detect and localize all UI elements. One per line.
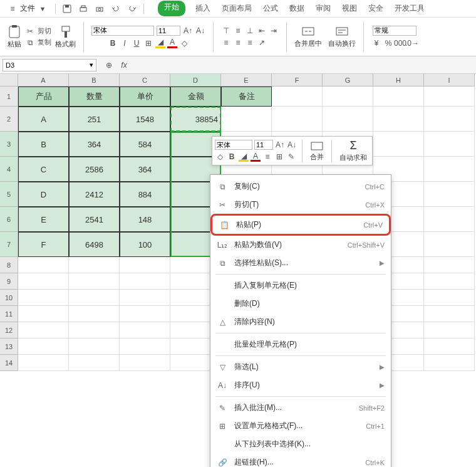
increase-font-icon[interactable]: A↑ <box>183 26 193 36</box>
row-header[interactable]: 11 <box>0 306 18 322</box>
context-item[interactable]: 插入复制单元格(E) <box>210 276 391 295</box>
cell[interactable]: C <box>18 157 69 182</box>
cell[interactable]: 2586 <box>69 157 120 182</box>
cell[interactable]: 2541 <box>69 207 120 232</box>
cell[interactable] <box>424 132 475 157</box>
col-header[interactable]: I <box>424 74 475 87</box>
row-header[interactable]: 10 <box>0 290 18 306</box>
number-format-select[interactable] <box>373 26 416 36</box>
cell[interactable] <box>323 107 373 132</box>
cell[interactable] <box>424 322 475 338</box>
cell[interactable] <box>120 306 170 322</box>
cell[interactable] <box>69 355 120 371</box>
mini-autosum-button[interactable]: Σ 自动求和 <box>337 139 370 162</box>
col-header[interactable]: F <box>272 74 323 87</box>
tab-devtools[interactable]: 开发工具 <box>393 1 426 16</box>
comma-button[interactable]: 000 <box>395 38 405 48</box>
highlight-button[interactable]: ◇ <box>179 38 189 48</box>
name-box[interactable]: D3 ▾ <box>3 59 96 71</box>
font-size-select[interactable] <box>157 26 180 36</box>
cell[interactable] <box>69 290 120 306</box>
cell[interactable]: 884 <box>120 182 170 207</box>
print-button[interactable] <box>76 3 91 15</box>
cell[interactable] <box>424 182 475 207</box>
lookup-icon[interactable]: ⊕ <box>104 60 114 70</box>
indent-decrease-icon[interactable]: ⇤ <box>257 26 267 36</box>
cell[interactable]: 1548 <box>120 107 170 132</box>
indent-increase-icon[interactable]: ⇥ <box>269 26 279 36</box>
cell[interactable]: 金额 <box>170 87 221 107</box>
cell[interactable] <box>272 107 323 132</box>
cell[interactable]: 数量 <box>69 87 120 107</box>
row-header[interactable]: 6 <box>0 207 18 232</box>
percent-button[interactable]: % <box>383 38 393 48</box>
border-button[interactable]: ⊞ <box>274 152 284 162</box>
cell[interactable]: 38854 <box>170 107 221 132</box>
orientation-icon[interactable]: ↗ <box>257 38 267 48</box>
copy-button[interactable]: ⧉复制 <box>25 38 51 48</box>
tab-security[interactable]: 安全 <box>367 1 385 16</box>
mini-font-size[interactable] <box>254 140 273 150</box>
tab-formula[interactable]: 公式 <box>262 1 279 16</box>
align-bottom-icon[interactable]: ⊥ <box>245 26 255 36</box>
mini-merge-button[interactable]: 合并 <box>308 140 326 162</box>
context-item[interactable]: A↓排序(U)▶ <box>210 376 391 394</box>
cell[interactable] <box>424 207 475 232</box>
cell[interactable] <box>272 87 323 107</box>
border-button[interactable]: ⊞ <box>143 38 153 48</box>
align-middle-icon[interactable]: ≡ <box>233 26 243 36</box>
cell[interactable] <box>424 157 475 182</box>
context-item[interactable]: 删除(D) <box>210 295 391 313</box>
wrap-text-button[interactable]: 自动换行 <box>328 25 356 48</box>
fill-color-button[interactable]: ◢ <box>239 152 249 162</box>
format-painter-icon[interactable]: ✎ <box>286 152 296 162</box>
cell[interactable] <box>18 306 69 322</box>
cell[interactable] <box>69 306 120 322</box>
cell[interactable]: 6498 <box>69 232 120 257</box>
tab-review[interactable]: 审阅 <box>314 1 332 16</box>
tab-pagelayout[interactable]: 页面布局 <box>220 1 253 16</box>
cell[interactable] <box>221 107 272 132</box>
fill-color-button[interactable]: ◢ <box>155 38 165 48</box>
mini-font-name[interactable] <box>215 140 252 150</box>
cut-button[interactable]: ✂剪切 <box>25 26 51 36</box>
cell[interactable] <box>69 322 120 338</box>
cell[interactable]: 2412 <box>69 182 120 207</box>
row-header[interactable]: 7 <box>0 232 18 257</box>
increase-decimal-button[interactable]: .0→ <box>407 38 417 48</box>
context-item[interactable]: L₁₂粘贴为数值(V)Ctrl+Shift+V <box>210 236 391 254</box>
row-header[interactable]: 3 <box>0 132 18 157</box>
cell[interactable] <box>18 338 69 355</box>
bold-button[interactable]: B <box>227 152 237 162</box>
context-item[interactable]: 📋粘贴(P)Ctrl+V <box>210 214 391 236</box>
cell[interactable] <box>18 273 69 290</box>
context-item[interactable]: 🔗超链接(H)...Ctrl+K <box>210 453 391 467</box>
cell[interactable]: B <box>18 132 69 157</box>
tab-start[interactable]: 开始 <box>158 1 185 16</box>
context-item[interactable]: ✂剪切(T)Ctrl+X <box>210 196 391 214</box>
file-menu-button[interactable]: ≡ 文件 ▾ <box>4 2 51 15</box>
currency-button[interactable]: ¥ <box>371 38 381 48</box>
paste-button[interactable]: 粘贴 <box>8 24 21 49</box>
col-header[interactable]: B <box>69 74 120 87</box>
col-header[interactable]: G <box>323 74 373 87</box>
cell[interactable] <box>69 338 120 355</box>
undo-button[interactable] <box>108 3 123 15</box>
row-header[interactable]: 4 <box>0 157 18 182</box>
align-right-icon[interactable]: ≡ <box>245 38 255 48</box>
cell[interactable] <box>18 322 69 338</box>
tab-data[interactable]: 数据 <box>288 1 306 16</box>
context-item[interactable]: 从下拉列表中选择(K)... <box>210 435 391 453</box>
cell[interactable]: 备注 <box>221 87 272 107</box>
row-header[interactable]: 14 <box>0 355 18 371</box>
merge-center-button[interactable]: 合并居中 <box>294 25 322 48</box>
cell[interactable] <box>424 257 475 273</box>
save-button[interactable] <box>59 3 75 15</box>
row-header[interactable]: 5 <box>0 182 18 207</box>
row-header[interactable]: 2 <box>0 107 18 132</box>
cell[interactable] <box>424 232 475 257</box>
cell[interactable] <box>120 290 170 306</box>
cell[interactable]: 251 <box>69 107 120 132</box>
font-color-button[interactable]: A <box>251 152 261 162</box>
cell[interactable] <box>18 290 69 306</box>
